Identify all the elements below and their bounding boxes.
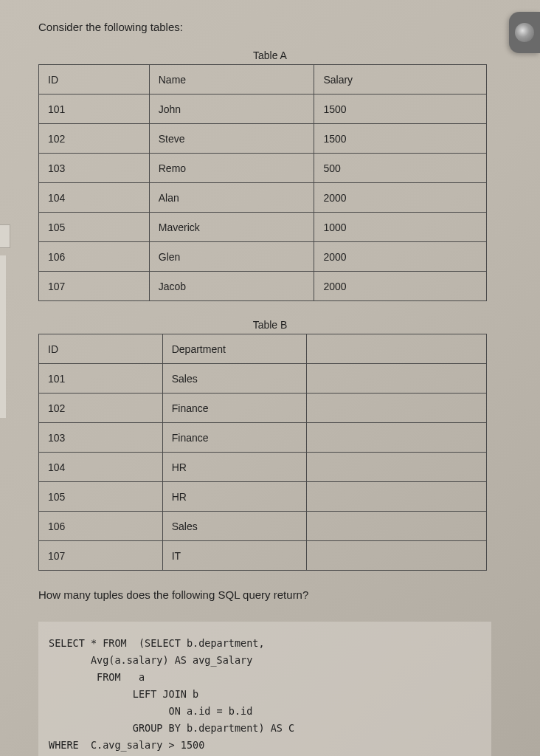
table-row: 103 Finance — [39, 423, 487, 453]
cell-dept: Finance — [162, 423, 307, 453]
table-row: 102 Steve 1500 — [39, 124, 487, 154]
table-row: 106 Glen 2000 — [39, 242, 487, 272]
cell-salary: 1500 — [314, 124, 487, 154]
cell-id: 102 — [39, 394, 163, 423]
cell-id: 107 — [39, 541, 163, 571]
header-cell: Name — [149, 65, 314, 94]
header-cell: ID — [39, 334, 163, 364]
table-row: ID Name Salary — [39, 65, 487, 94]
empty-cell — [307, 453, 487, 482]
cell-id: 101 — [39, 94, 150, 124]
question-text: How many tuples does the following SQL q… — [38, 588, 502, 601]
table-row: 101 Sales — [39, 364, 487, 394]
empty-cell — [307, 364, 487, 394]
cell-id: 101 — [39, 364, 163, 394]
cell-id: 106 — [39, 512, 163, 541]
page-side-stack — [0, 255, 6, 418]
empty-cell — [307, 394, 487, 423]
table-row: 103 Remo 500 — [39, 154, 487, 183]
cell-salary: 1500 — [314, 94, 487, 124]
header-cell: Department — [162, 334, 307, 364]
cell-name: Steve — [149, 124, 314, 154]
cell-id: 103 — [39, 423, 163, 453]
table-row: 107 IT — [39, 541, 487, 571]
cell-id: 104 — [39, 183, 150, 213]
cell-dept: HR — [162, 453, 307, 482]
table-row: 105 Maverick 1000 — [39, 213, 487, 242]
table-a: ID Name Salary 101 John 1500 102 Steve 1… — [38, 64, 487, 301]
camera-lens-icon — [515, 23, 534, 42]
cell-name: Maverick — [149, 213, 314, 242]
table-row: 104 HR — [39, 453, 487, 482]
cell-id: 105 — [39, 482, 163, 512]
empty-cell — [307, 512, 487, 541]
cell-dept: HR — [162, 482, 307, 512]
table-b-caption: Table B — [38, 319, 502, 331]
cell-name: John — [149, 94, 314, 124]
sql-code-block: SELECT * FROM (SELECT b.department, Avg(… — [38, 622, 491, 756]
cell-salary: 500 — [314, 154, 487, 183]
page-side-tab — [0, 224, 10, 248]
table-row: 106 Sales — [39, 512, 487, 541]
cell-salary: 2000 — [314, 183, 487, 213]
cell-dept: Finance — [162, 394, 307, 423]
cell-name: Glen — [149, 242, 314, 272]
cell-name: Jacob — [149, 272, 314, 301]
empty-cell — [307, 334, 487, 364]
empty-cell — [307, 423, 487, 453]
cell-dept: Sales — [162, 512, 307, 541]
cell-salary: 2000 — [314, 272, 487, 301]
cell-name: Alan — [149, 183, 314, 213]
empty-cell — [307, 482, 487, 512]
header-cell: ID — [39, 65, 150, 94]
document-page: Consider the following tables: Table A I… — [0, 0, 540, 756]
table-row: 105 HR — [39, 482, 487, 512]
table-a-caption: Table A — [38, 49, 502, 61]
intro-text: Consider the following tables: — [38, 21, 502, 33]
cell-salary: 1000 — [314, 213, 487, 242]
cell-id: 107 — [39, 272, 150, 301]
table-row: 104 Alan 2000 — [39, 183, 487, 213]
cell-id: 104 — [39, 453, 163, 482]
cell-id: 106 — [39, 242, 150, 272]
cell-id: 103 — [39, 154, 150, 183]
device-camera-bump — [509, 12, 540, 53]
table-row: ID Department — [39, 334, 487, 364]
table-row: 107 Jacob 2000 — [39, 272, 487, 301]
table-b: ID Department 101 Sales 102 Finance 103 … — [38, 334, 487, 571]
table-row: 101 John 1500 — [39, 94, 487, 124]
header-cell: Salary — [314, 65, 487, 94]
empty-cell — [307, 541, 487, 571]
cell-name: Remo — [149, 154, 314, 183]
table-row: 102 Finance — [39, 394, 487, 423]
cell-id: 105 — [39, 213, 150, 242]
cell-dept: Sales — [162, 364, 307, 394]
cell-id: 102 — [39, 124, 150, 154]
cell-salary: 2000 — [314, 242, 487, 272]
cell-dept: IT — [162, 541, 307, 571]
